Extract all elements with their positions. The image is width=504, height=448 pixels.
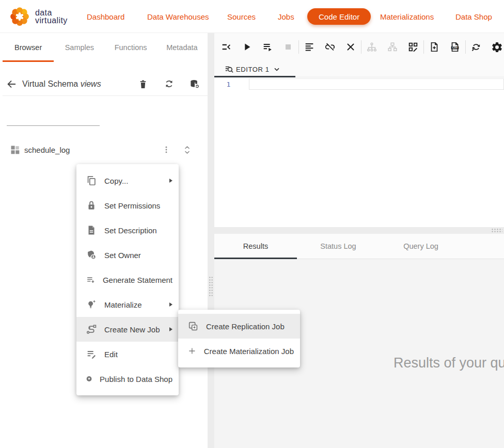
nav-dashboard[interactable]: Dashboard	[87, 0, 124, 33]
stop-button	[282, 41, 294, 53]
horizontal-splitter-handle[interactable]	[491, 228, 502, 233]
schema-header: Virtual Schema views	[3, 72, 208, 96]
close-button[interactable]	[344, 41, 357, 53]
logo[interactable]: data virtuality	[8, 5, 68, 28]
back-button[interactable]	[5, 78, 18, 90]
chevron-down-icon[interactable]	[273, 65, 281, 73]
hide-editor-list-button[interactable]	[220, 41, 232, 53]
editor-search-icon	[225, 65, 234, 74]
editor-toolbar: CSV	[214, 33, 504, 61]
owner-icon	[86, 249, 97, 261]
horizontal-splitter	[214, 227, 504, 234]
menu-item-publish-to-data-shop[interactable]: Publish to Data Shop	[76, 366, 179, 391]
nav-jobs[interactable]: Jobs	[278, 0, 294, 33]
menu-item-copy[interactable]: Copy...	[76, 168, 179, 193]
stop-icon	[282, 41, 294, 53]
edit-mode-button[interactable]	[407, 41, 419, 53]
active-tab-underline	[3, 60, 54, 62]
refresh-icon	[164, 78, 175, 89]
menu-item-materialize[interactable]: Materialize	[76, 292, 179, 317]
reload-schema-button[interactable]	[188, 78, 201, 90]
menu-item-edit[interactable]: Edit	[76, 342, 179, 366]
menu-item-label: Edit	[104, 350, 172, 359]
tree-item-label: schedule_log	[24, 146, 160, 154]
toolbar-divider	[298, 40, 299, 54]
gear-icon	[491, 41, 503, 53]
new-file-button[interactable]	[428, 41, 440, 53]
menu-item-set-description[interactable]: Set Description	[76, 218, 179, 243]
lock-icon	[86, 200, 97, 211]
app-window: data virtuality Dashboard Data Warehouse…	[0, 0, 504, 448]
tab-browser[interactable]: Browser	[3, 33, 54, 62]
tab-metadata[interactable]: Metadata	[156, 33, 208, 62]
schema-title: Virtual Schema views	[22, 79, 101, 89]
settings-button[interactable]	[491, 41, 503, 53]
menu-item-create-new-job[interactable]: Create New Job	[76, 317, 179, 342]
menu-item-label: Set Permissions	[104, 201, 172, 210]
tab-functions[interactable]: Functions	[105, 33, 156, 62]
tab-query-log[interactable]: Query Log	[380, 234, 462, 259]
refresh-button[interactable]	[163, 78, 175, 90]
delete-button[interactable]	[137, 78, 149, 90]
results-tab-bar: Results Status Log Query Log	[214, 234, 504, 259]
menu-item-label: Generate Statement	[103, 276, 172, 284]
nav-data-warehouses[interactable]: Data Warehouses	[147, 0, 209, 33]
nav-sources[interactable]: Sources	[227, 0, 256, 33]
run-script-icon	[262, 41, 273, 53]
copy-icon	[86, 175, 97, 186]
plus-icon	[187, 345, 197, 357]
export-csv-button[interactable]: CSV	[449, 41, 461, 53]
vertical-splitter	[208, 33, 214, 448]
search-replace-button[interactable]	[470, 41, 482, 53]
top-navigation: data virtuality Dashboard Data Warehouse…	[0, 0, 504, 33]
close-icon	[345, 41, 356, 53]
menu-item-label: Create Materialization Job	[204, 347, 294, 356]
menu-item-label: Copy...	[104, 177, 169, 185]
toolbar-divider	[423, 40, 424, 54]
menu-item-generate-statement[interactable]: Generate Statement	[76, 267, 179, 292]
run-script-button[interactable]	[261, 41, 274, 53]
nav-data-shop[interactable]: Data Shop	[455, 0, 492, 33]
vertical-splitter-handle[interactable]	[209, 276, 213, 297]
svg-text:CSV: CSV	[452, 46, 458, 49]
tree-item-schedule-log[interactable]: schedule_log	[3, 140, 208, 159]
dependencies-tree-button	[366, 41, 378, 53]
menu-item-create-materialization-job[interactable]: Create Materialization Job	[178, 339, 300, 363]
back-arrow-icon	[6, 78, 17, 90]
dependencies-tree-icon	[366, 41, 377, 53]
search-input[interactable]	[10, 115, 103, 123]
format-button[interactable]	[303, 41, 316, 53]
editor-tab-label: EDITOR 1	[236, 66, 270, 73]
expand-collapse-button[interactable]	[181, 143, 193, 156]
menu-item-set-owner[interactable]: Set Owner	[76, 243, 179, 267]
format-align-icon	[304, 41, 315, 53]
logo-text: data virtuality	[35, 9, 68, 24]
nav-materializations[interactable]: Materializations	[380, 0, 434, 33]
nav-code-editor-active[interactable]: Code Editor	[307, 8, 371, 25]
line-number: 1	[214, 79, 243, 90]
run-button[interactable]	[241, 41, 253, 53]
sidebar-tabs: Browser Samples Functions Metadata	[3, 33, 208, 62]
row-menu-button[interactable]	[160, 143, 172, 156]
menu-item-label: Publish to Data Shop	[100, 375, 172, 383]
tab-editor-1[interactable]: EDITOR 1	[214, 61, 281, 77]
active-code-line[interactable]	[249, 78, 504, 90]
menu-item-create-replication-job[interactable]: Create Replication Job	[178, 314, 300, 339]
menu-item-label: Set Owner	[104, 251, 172, 260]
unfold-icon	[182, 145, 192, 155]
menu-item-label: Create New Job	[104, 325, 169, 334]
menu-item-set-permissions[interactable]: Set Permissions	[76, 193, 179, 218]
line-number-gutter: 1	[214, 77, 249, 227]
search-field[interactable]	[7, 108, 100, 126]
tab-results[interactable]: Results	[214, 234, 297, 259]
data-lineage-icon	[387, 41, 398, 53]
tab-status-log[interactable]: Status Log	[297, 234, 380, 259]
delete-icon	[138, 79, 148, 89]
code-editor-area[interactable]: 1	[214, 77, 504, 227]
submenu-arrow-icon	[169, 327, 172, 331]
hide-editor-list-icon	[220, 41, 232, 53]
unlink-button[interactable]	[324, 41, 336, 53]
tab-samples[interactable]: Samples	[54, 33, 105, 62]
editor-tab-bar: EDITOR 1	[214, 61, 504, 77]
table-grid-icon	[10, 145, 20, 155]
